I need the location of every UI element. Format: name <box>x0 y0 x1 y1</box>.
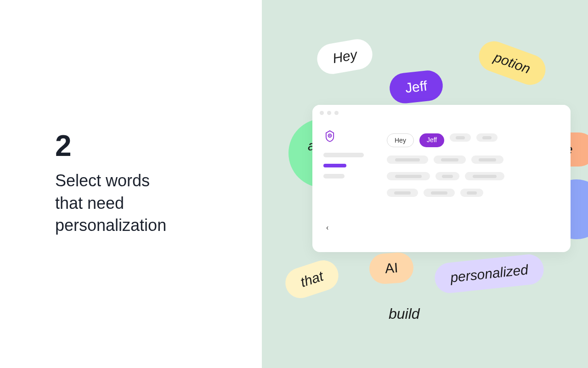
app-content: Hey Jeff <box>387 130 560 197</box>
step-title-line: personalization <box>55 214 262 237</box>
app-window: Hey Jeff <box>312 105 571 252</box>
word-bubble-personalized: personalized <box>433 253 545 295</box>
word-bubble-jeff: Jeff <box>388 69 444 105</box>
step-title: Select words that need personalization <box>55 170 262 237</box>
word-bubble-potion: potion <box>475 37 549 89</box>
window-titlebar <box>312 105 571 121</box>
word-row <box>387 155 560 164</box>
window-dot <box>334 111 339 115</box>
word-row <box>387 172 560 180</box>
word-chip-placeholder[interactable] <box>387 172 430 180</box>
word-row <box>387 189 560 197</box>
chevron-left-icon[interactable]: ‹ <box>326 224 328 232</box>
word-bubble-build: build <box>389 305 420 322</box>
word-chip-placeholder[interactable] <box>460 189 483 197</box>
word-bubble-ai: AI <box>368 252 415 285</box>
word-chip-placeholder[interactable] <box>387 155 428 164</box>
potion-logo-icon <box>323 130 336 143</box>
sidebar-item-active[interactable] <box>323 164 346 167</box>
window-dot <box>327 111 331 115</box>
app-sidebar <box>323 130 374 197</box>
word-chip-placeholder[interactable] <box>465 172 504 180</box>
step-number: 2 <box>55 131 262 161</box>
word-chip-placeholder[interactable] <box>476 133 498 142</box>
word-chip-placeholder[interactable] <box>424 189 455 197</box>
word-chip-placeholder[interactable] <box>434 155 466 164</box>
word-row: Hey Jeff <box>387 133 560 147</box>
step-panel: 2 Select words that need personalization <box>0 0 262 368</box>
word-chip-placeholder[interactable] <box>435 172 459 180</box>
word-chip-hey[interactable]: Hey <box>387 133 414 147</box>
word-bubble-that: that <box>282 256 343 302</box>
window-dot <box>320 111 324 115</box>
step-title-line: that need <box>55 192 262 215</box>
sidebar-item-placeholder[interactable] <box>323 153 364 157</box>
word-bubble-hey: Hey <box>315 37 375 76</box>
sidebar-item-placeholder[interactable] <box>323 174 345 178</box>
illustration-panel: a Hey Jeff potion e <box>262 0 588 368</box>
word-chip-placeholder[interactable] <box>450 133 471 142</box>
word-chip-placeholder[interactable] <box>387 189 418 197</box>
svg-point-1 <box>329 135 330 136</box>
word-chip-jeff[interactable]: Jeff <box>419 133 444 147</box>
step-title-line: Select words <box>55 170 262 192</box>
word-chip-placeholder[interactable] <box>471 155 503 164</box>
